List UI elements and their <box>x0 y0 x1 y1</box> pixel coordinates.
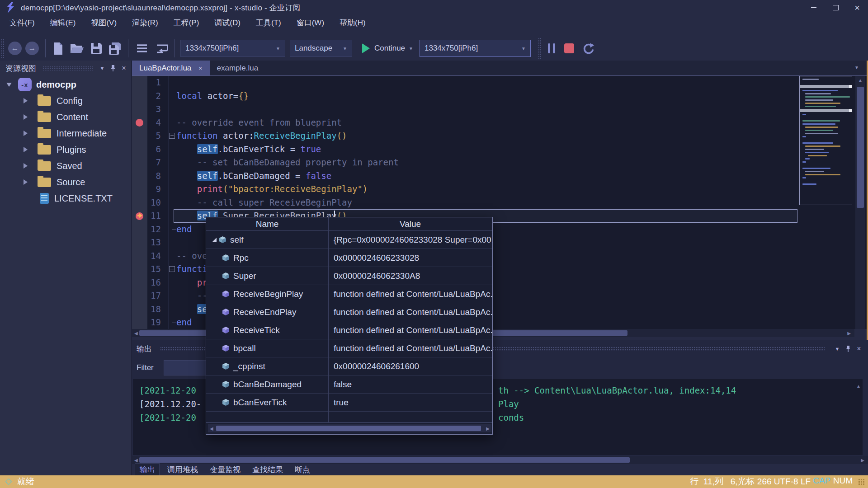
resize-grip[interactable] <box>858 479 864 485</box>
watch-row-Super[interactable]: Super0x00000246062330A8 <box>206 267 492 285</box>
save-all-button[interactable] <box>109 42 122 55</box>
column-divider[interactable] <box>328 217 329 422</box>
save-button[interactable] <box>91 43 102 54</box>
tree-item-intermediate[interactable]: Intermediate <box>0 125 131 141</box>
menu-item[interactable]: 工程(P) <box>166 15 207 30</box>
minimap-line <box>802 161 806 163</box>
restart-button[interactable] <box>582 42 594 55</box>
code-line-9[interactable]: 9print("bpactor:ReceiveBeginPlay") <box>132 183 868 196</box>
panel-tab-断点[interactable]: 断点 <box>290 464 315 475</box>
scroll-right-icon[interactable]: ▶ <box>486 426 490 431</box>
orientation-dropdown[interactable]: Landscape▼ <box>290 40 352 57</box>
scroll-left-icon[interactable]: ◀ <box>134 331 138 336</box>
menu-item[interactable]: 视图(V) <box>83 15 124 30</box>
watch-horizontal-scrollbar[interactable]: ◀ ▶ <box>208 424 491 432</box>
scroll-up-icon[interactable]: ▲ <box>856 384 861 389</box>
watch-row-bCanBeDamaged[interactable]: bCanBeDamagedfalse <box>206 375 492 394</box>
watch-row-_cppinst[interactable]: _cppinst0x0000024606261600 <box>206 357 492 375</box>
scrollbar-thumb[interactable] <box>216 426 481 431</box>
panel-tab-查找结果[interactable]: 查找结果 <box>248 464 288 475</box>
pin-icon[interactable] <box>108 63 118 74</box>
menu-item[interactable]: 渲染(R) <box>124 15 166 30</box>
fold-toggle-icon[interactable] <box>169 133 175 139</box>
expand-icon[interactable] <box>24 131 28 136</box>
code-line-10[interactable]: 10-- call super ReceiveBeginPlay <box>132 196 868 210</box>
panel-tab-输出[interactable]: 输出 <box>135 464 160 476</box>
tree-item-config[interactable]: Config <box>0 93 131 109</box>
watch-row-self[interactable]: self{Rpc=0x0000024606233028 Super=0x00.. <box>206 231 492 249</box>
expand-icon[interactable] <box>24 163 28 169</box>
code-line-7[interactable]: 7-- set bCanBeDamaged property in parent <box>132 156 868 169</box>
code-line-5[interactable]: 5function actor:ReceiveBeginPlay() <box>132 129 868 143</box>
watch-row-bCanEverTick[interactable]: bCanEverTicktrue <box>206 394 492 412</box>
log-right-fragment: Play <box>498 397 519 411</box>
expand-icon[interactable] <box>212 238 217 242</box>
close-button[interactable]: × <box>846 0 868 15</box>
chevron-down-icon[interactable]: ▼ <box>97 63 108 74</box>
watch-row-ReceiveEndPlay[interactable]: ReceiveEndPlayfunction defined at Conten… <box>206 303 492 321</box>
scroll-right-icon[interactable]: ▶ <box>847 331 851 336</box>
scroll-up-icon[interactable]: ▲ <box>858 78 863 83</box>
editor-tab-LuaBpActor.lua[interactable]: LuaBpActor.lua× <box>132 61 210 75</box>
close-icon[interactable]: × <box>118 63 129 74</box>
watch-row-ReceiveTick[interactable]: ReceiveTickfunction defined at Content/L… <box>206 321 492 339</box>
menu-item[interactable]: 文件(F) <box>2 15 42 30</box>
scroll-right-icon[interactable]: ▶ <box>861 458 864 463</box>
output-horizontal-scrollbar[interactable]: ◀ ▶ <box>132 456 868 464</box>
new-file-button[interactable] <box>53 42 63 55</box>
watch-name: self <box>230 235 244 245</box>
menu-item[interactable]: 工具(T) <box>248 15 289 30</box>
continue-button[interactable]: Continue ▼ <box>362 43 413 53</box>
fold-toggle-icon[interactable] <box>169 266 175 272</box>
expand-icon[interactable] <box>24 98 28 103</box>
code-line-6[interactable]: 6self.bCanEverTick = true <box>132 143 868 156</box>
scrollbar-thumb[interactable] <box>139 457 630 463</box>
watch-row-Rpc[interactable]: Rpc0x0000024606233028 <box>206 249 492 267</box>
minimap[interactable] <box>799 76 852 205</box>
menu-item[interactable]: 帮助(H) <box>332 15 373 30</box>
stop-button[interactable] <box>564 43 574 53</box>
device-dropdown[interactable]: 1334x750[iPh6]▼ <box>420 40 531 57</box>
tab-overflow-icon[interactable]: ▼ <box>854 65 862 70</box>
expand-icon[interactable] <box>24 147 28 152</box>
maximize-button[interactable] <box>825 0 846 15</box>
menu-lines-icon[interactable] <box>137 44 147 53</box>
code-line-3[interactable]: 3 <box>132 103 868 116</box>
tree-item-content[interactable]: Content <box>0 109 131 125</box>
panel-tab-调用堆栈[interactable]: 调用堆栈 <box>163 464 203 475</box>
code-line-8[interactable]: 8self.bCanBeDamaged = false <box>132 169 868 183</box>
panel-tab-变量监视[interactable]: 变量监视 <box>205 464 245 475</box>
open-folder-button[interactable] <box>70 43 84 54</box>
pin-icon[interactable] <box>843 343 854 354</box>
watch-row-ReceiveBeginPlay[interactable]: ReceiveBeginPlayfunction defined at Cont… <box>206 285 492 303</box>
code-line-1[interactable]: 1 <box>132 76 868 89</box>
tab-close-icon[interactable]: × <box>198 65 202 72</box>
menu-item[interactable]: 调试(D) <box>207 15 248 30</box>
tree-item-source[interactable]: Source <box>0 174 131 190</box>
scrollbar-thumb[interactable] <box>857 87 864 208</box>
code-line-2[interactable]: 2local actor={} <box>132 89 868 103</box>
menu-item[interactable]: 编辑(E) <box>42 15 84 30</box>
tree-item-saved[interactable]: Saved <box>0 158 131 174</box>
scroll-left-icon[interactable]: ◀ <box>134 458 138 463</box>
chevron-down-icon[interactable]: ▼ <box>832 343 843 354</box>
close-icon[interactable]: × <box>854 343 864 354</box>
resolution-dropdown[interactable]: 1334x750[iPh6]▼ <box>180 40 285 57</box>
word-wrap-icon[interactable] <box>156 43 168 53</box>
expand-icon[interactable] <box>24 179 28 185</box>
menu-item[interactable]: 窗口(W) <box>289 15 332 30</box>
minimize-button[interactable] <box>803 0 825 15</box>
expand-icon[interactable] <box>24 114 28 120</box>
editor-vertical-scrollbar[interactable]: ▲ <box>855 76 865 329</box>
expand-icon[interactable] <box>6 83 12 87</box>
navigate-back-button[interactable]: ← <box>8 42 22 55</box>
editor-tab-example.lua[interactable]: example.lua <box>210 61 266 75</box>
tree-root-democpp[interactable]: -xdemocpp <box>0 76 131 93</box>
navigate-forward-button[interactable]: → <box>25 42 39 55</box>
tree-item-license[interactable]: LICENSE.TXT <box>0 190 131 206</box>
watch-row-bpcall[interactable]: bpcallfunction defined at Content/Lua/Lu… <box>206 339 492 357</box>
pause-button[interactable] <box>548 43 555 53</box>
code-line-4[interactable]: 4-- override event from blueprint <box>132 116 868 130</box>
scroll-left-icon[interactable]: ◀ <box>210 426 213 431</box>
tree-item-plugins[interactable]: Plugins <box>0 141 131 158</box>
